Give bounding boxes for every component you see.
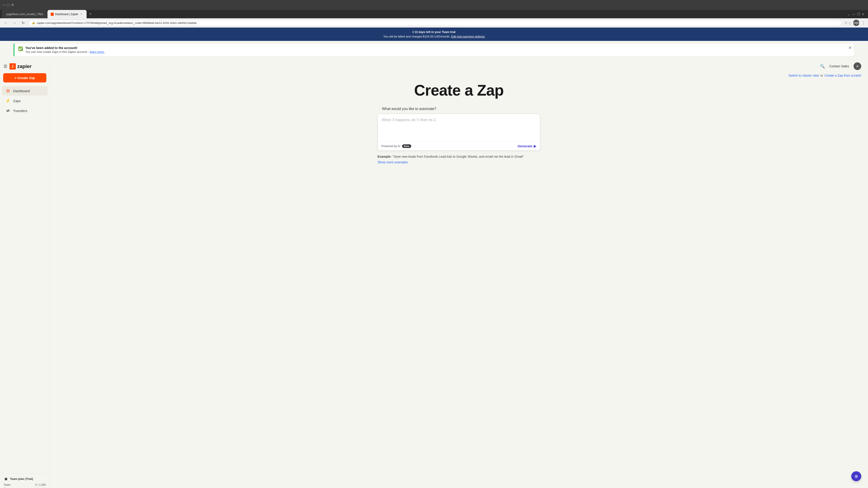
window-maximize[interactable]: □ [7, 3, 9, 7]
tab-close-pageflows[interactable]: ✕ [46, 12, 47, 16]
zaps-icon: ⚡ [5, 98, 10, 103]
tab-close-zapier[interactable]: ✕ [80, 12, 84, 16]
learn-more-link[interactable]: learn more. [90, 50, 105, 54]
transfers-icon: ⇌ [5, 108, 10, 113]
menu-dots-icon[interactable]: ⋮ [861, 20, 865, 25]
plan-name: Team plan (Trial) [10, 477, 33, 481]
trial-info-text: 13 days left in your Team trial [414, 30, 456, 34]
plan-header: ▣ Team plan (Trial) [4, 477, 46, 481]
tab-favicon-zapier [51, 13, 54, 16]
chatbot-icon: ⊕ [855, 474, 858, 479]
tasks-value: 0 / 1,000 [35, 483, 46, 486]
sidebar: ☰ Z zapier + Create Zap ⊞ Dashboard ⚡ Za… [0, 59, 50, 488]
search-icon[interactable]: 🔍 [820, 64, 825, 69]
close-notification-button[interactable]: ✕ [848, 46, 851, 50]
hamburger-menu-icon[interactable]: ☰ [4, 64, 7, 69]
success-text-body: You've been added to the account! You ca… [25, 46, 105, 54]
dashboard-icon: ⊞ [5, 88, 10, 93]
sidebar-plan: ▣ Team plan (Trial) Tasks 0 / 1,000 Zaps… [0, 474, 50, 488]
edit-payment-link[interactable]: Edit trial payment settings [451, 35, 485, 38]
hero-title: Create a Zap [414, 82, 504, 99]
plan-icon: ▣ [4, 477, 8, 481]
generate-arrow-icon: ▶ [534, 144, 536, 148]
tab-list-icon[interactable]: ⌄ [847, 12, 850, 16]
window-close[interactable]: ✕ [11, 2, 14, 7]
sidebar-label-zaps: Zaps [13, 99, 21, 103]
forward-button[interactable]: → [11, 20, 18, 26]
window-minimize[interactable]: ─ [3, 3, 6, 7]
zapier-logo: Z zapier [9, 63, 32, 70]
powered-by-label: Powered by AI Beta [381, 144, 411, 148]
lock-icon: 🔒 [32, 21, 35, 24]
address-bar-actions: ☆ □ Incognito ⋮ [844, 20, 865, 26]
sidebar-header: ☰ Z zapier [0, 61, 50, 71]
show-more-examples-link[interactable]: Show more examples [377, 160, 540, 165]
header-right: 🔍 Contact Sales A [820, 62, 861, 70]
sidebar-item-transfers[interactable]: ⇌ Transfers [2, 106, 48, 116]
tab-label-zapier: Dashboard | Zapier [55, 13, 79, 16]
contact-sales-button[interactable]: Contact Sales [829, 64, 849, 68]
restore-icon[interactable]: ❐ [857, 12, 860, 16]
address-bar-row: ← → ↻ 🔒 zapier.com/app/dashboard?context… [0, 18, 868, 28]
incognito-label: Incognito [851, 21, 862, 24]
info-icon: ℹ [412, 30, 414, 34]
success-notification: ✅ You've been added to the account! You … [13, 43, 855, 57]
app-container: ☰ Z zapier + Create Zap ⊞ Dashboard ⚡ Za… [0, 59, 868, 488]
hero-section: Create a Zap What would you like to auto… [50, 75, 868, 488]
tasks-label: Tasks [4, 483, 11, 486]
example-prefix: Example: [377, 155, 392, 158]
reload-button[interactable]: ↻ [20, 20, 26, 26]
generate-button[interactable]: Generate ▶ [518, 144, 536, 148]
sidebar-item-zaps[interactable]: ⚡ Zaps [2, 96, 48, 105]
success-check-icon: ✅ [18, 46, 23, 51]
chatbot-button[interactable]: ⊕ [851, 471, 861, 481]
beta-badge: Beta [402, 144, 411, 148]
user-avatar[interactable]: A [854, 62, 861, 70]
automate-textarea[interactable] [378, 114, 540, 141]
example-text: Example: "Save new leads from Facebook L… [377, 154, 540, 165]
star-icon[interactable]: ☆ [844, 21, 847, 25]
address-bar[interactable]: 🔒 zapier.com/app/dashboard?context=17079… [29, 20, 842, 26]
textarea-footer: Powered by AI Beta Generate ▶ [378, 142, 540, 151]
address-text: zapier.com/app/dashboard?context=1707904… [37, 21, 197, 25]
sidebar-item-dashboard[interactable]: ⊞ Dashboard [2, 86, 48, 96]
example-body: "Save new leads from Facebook Lead Ads t… [393, 155, 524, 158]
question-label: What would you like to automate? [382, 107, 536, 111]
browser-chrome: ─ □ ✕ [0, 0, 868, 10]
notification-body: You can now create Zaps in this Zapier a… [25, 50, 105, 54]
main-header: 🔍 Contact Sales A [50, 59, 868, 74]
trial-banner: ℹ 13 days left in your Team trial You wi… [0, 28, 868, 41]
automate-input-wrapper: Powered by AI Beta Generate ▶ [377, 113, 540, 151]
incognito-badge[interactable]: Incognito [853, 20, 860, 26]
close-window-icon[interactable]: ✕ [862, 12, 864, 16]
zapier-logo-mark: Z [9, 63, 16, 70]
tab-label-pageflows: pageflows.com/_emails/_/7fb5... [6, 13, 45, 16]
notification-title: You've been added to the account! [25, 46, 105, 50]
sidebar-label-dashboard: Dashboard [13, 89, 30, 93]
sidebar-nav: ⊞ Dashboard ⚡ Zaps ⇌ Transfers [0, 86, 50, 474]
tab-bar: pageflows.com/_emails/_/7fb5... ✕ Dashbo… [0, 10, 868, 18]
plan-tasks-row: Tasks 0 / 1,000 [4, 483, 46, 486]
sidebar-label-transfers: Transfers [13, 109, 27, 113]
main-content: 🔍 Contact Sales A Switch to classic view… [50, 59, 868, 488]
new-tab-button[interactable]: + [87, 10, 94, 18]
billing-text: You will be billed and charged $103.50 U… [383, 35, 450, 38]
tab-pageflows[interactable]: pageflows.com/_emails/_/7fb5... ✕ [2, 10, 47, 18]
minimize-icon[interactable]: — [852, 12, 855, 16]
browser-controls: ─ □ ✕ [3, 2, 14, 7]
tab-zapier-dashboard[interactable]: Dashboard | Zapier ✕ [48, 10, 87, 18]
back-button[interactable]: ← [3, 20, 9, 26]
create-zap-button[interactable]: + Create Zap [3, 73, 46, 83]
